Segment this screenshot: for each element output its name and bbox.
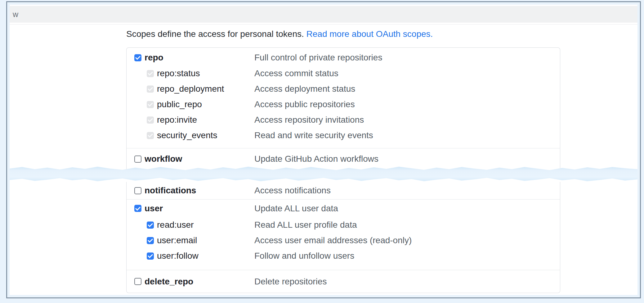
- check-icon: [135, 205, 141, 211]
- header-text: w: [13, 10, 18, 19]
- check-icon: [148, 237, 153, 243]
- scope-row-user-email: user:email Access user email addresses (…: [127, 233, 560, 248]
- scope-description: Access user email addresses (read-only): [254, 235, 412, 245]
- user-email-checkbox[interactable]: [147, 237, 154, 244]
- check-icon: [135, 55, 141, 60]
- scope-description: Follow and unfollow users: [254, 251, 354, 261]
- scope-name: security_events: [157, 130, 217, 140]
- scope-name: user:follow: [157, 251, 199, 261]
- header-bar: w: [10, 6, 637, 23]
- scope-description: Update GitHub Action workflows: [254, 154, 378, 164]
- scope-description: Read and write security events: [254, 130, 373, 140]
- scope-description: Access public repositories: [254, 99, 355, 109]
- scope-row-repo: repo Full control of private repositorie…: [127, 50, 560, 66]
- scope-name: delete_repo: [145, 277, 193, 287]
- check-icon: [148, 117, 153, 122]
- repo-invite-checkbox: [147, 116, 154, 124]
- scopes-intro-text: Scopes define the access for personal to…: [126, 29, 306, 39]
- check-icon: [148, 101, 153, 107]
- scope-name: workflow: [145, 154, 182, 164]
- scope-row-delete-repo: delete_repo Delete repositories: [127, 270, 560, 293]
- delete-repo-checkbox[interactable]: [134, 278, 141, 285]
- scope-row-user: user Update ALL user data: [127, 199, 560, 217]
- check-icon: [148, 70, 153, 76]
- scope-name: repo: [145, 53, 163, 63]
- check-icon: [148, 222, 153, 227]
- workflow-checkbox[interactable]: [134, 156, 141, 163]
- scopes-section-continued: notifications Access notifications user …: [10, 182, 637, 293]
- scope-row-read-user: read:user Read ALL user profile data: [127, 217, 560, 233]
- scopes-section: Scopes define the access for personal to…: [10, 29, 637, 169]
- scope-row-workflow: workflow Update GitHub Action workflows: [127, 148, 560, 169]
- scope-row-user-follow: user:follow Follow and unfollow users: [127, 248, 560, 264]
- scope-description: Access notifications: [254, 186, 331, 195]
- scope-name: public_repo: [157, 99, 202, 109]
- scope-row-public-repo: public_repo Access public repositories: [127, 97, 560, 112]
- scope-row-repo-status: repo:status Access commit status: [127, 66, 560, 81]
- scope-name: user: [145, 204, 163, 213]
- check-icon: [148, 253, 153, 258]
- user-follow-checkbox[interactable]: [147, 252, 154, 260]
- scope-row-notifications: notifications Access notifications: [127, 182, 560, 199]
- scope-row-security-events: security_events Read and write security …: [127, 128, 560, 143]
- check-icon: [148, 86, 153, 91]
- scopes-box-top: repo Full control of private repositorie…: [126, 47, 560, 169]
- scope-name: repo_deployment: [157, 84, 224, 94]
- scope-description: Access repository invitations: [254, 115, 364, 125]
- public-repo-checkbox: [147, 101, 154, 108]
- repo-status-checkbox: [147, 70, 154, 77]
- page-background: w Scopes define the access for personal …: [0, 0, 644, 303]
- oauth-scopes-link[interactable]: Read more about OAuth scopes.: [306, 29, 433, 39]
- scope-name: repo:status: [157, 68, 200, 78]
- header-divider: [10, 24, 637, 24]
- scope-description: Read ALL user profile data: [254, 220, 357, 230]
- scope-description: Update ALL user data: [254, 204, 338, 213]
- user-checkbox[interactable]: [134, 205, 141, 212]
- scope-row-repo-invite: repo:invite Access repository invitation…: [127, 112, 560, 128]
- scope-name: read:user: [157, 220, 194, 230]
- scope-description: Delete repositories: [254, 277, 327, 287]
- scope-name: notifications: [145, 186, 196, 195]
- scope-description: Access deployment status: [254, 84, 355, 94]
- screenshot-frame: w Scopes define the access for personal …: [6, 1, 641, 298]
- read-user-checkbox[interactable]: [147, 222, 154, 229]
- repo-deployment-checkbox: [147, 86, 154, 93]
- scope-description: Access commit status: [254, 68, 338, 78]
- scope-description: Full control of private repositories: [254, 53, 382, 63]
- scopes-intro: Scopes define the access for personal to…: [126, 29, 637, 39]
- scope-row-repo-deployment: repo_deployment Access deployment status: [127, 81, 560, 97]
- scope-name: user:email: [157, 235, 197, 245]
- repo-checkbox[interactable]: [134, 54, 141, 61]
- settings-page: w Scopes define the access for personal …: [10, 5, 637, 295]
- check-icon: [148, 132, 153, 138]
- notifications-checkbox[interactable]: [134, 187, 141, 194]
- scope-name: repo:invite: [157, 115, 197, 125]
- security-events-checkbox: [147, 132, 154, 139]
- scopes-box-bottom: notifications Access notifications user …: [126, 182, 560, 293]
